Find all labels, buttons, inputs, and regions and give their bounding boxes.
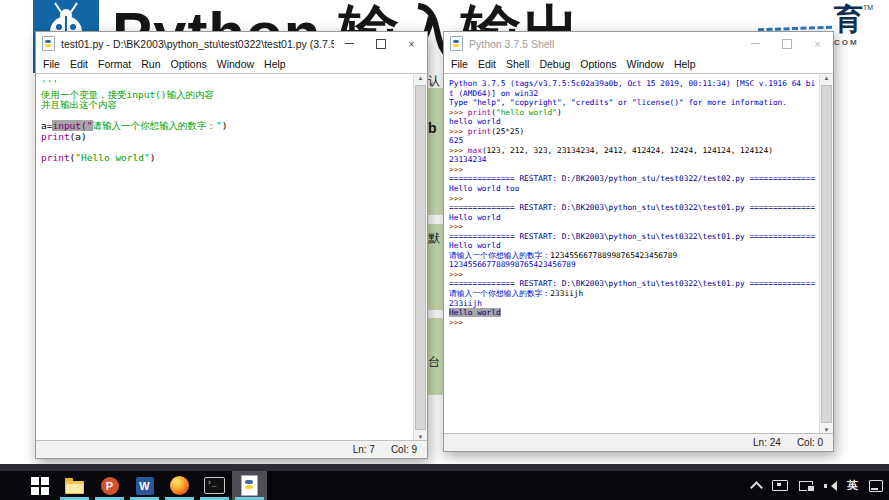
minimize-icon	[345, 43, 354, 44]
editor-close-button[interactable]: ×	[396, 32, 427, 55]
shell-line: >>>	[449, 318, 818, 328]
editor-maximize-button[interactable]	[365, 32, 396, 55]
taskbar: PW 英	[0, 464, 889, 500]
taskbar-word[interactable]: W	[127, 471, 162, 500]
brand-character: 育	[834, 3, 863, 35]
shell-scrollbar[interactable]	[819, 74, 833, 434]
shell-window: Python 3.7.5 Shell × FileEditShellDebugO…	[443, 31, 834, 452]
menu-item-file[interactable]: File	[446, 58, 473, 70]
start-pane	[31, 487, 39, 495]
python-file-icon	[42, 36, 55, 51]
text-segment: Hello world	[449, 308, 501, 317]
editor-client-area: '''使用一个变量，接受input()输入的内容并且输出这个内容 a=input…	[36, 73, 427, 441]
shell-line: Type "help", "copyright", "credits" or "…	[449, 98, 818, 108]
text-segment: '''	[41, 78, 58, 89]
text-segment: )	[150, 152, 156, 163]
text-segment: "Hello world"	[75, 152, 149, 163]
menu-item-help[interactable]: Help	[259, 58, 291, 70]
shell-line: Hello world	[449, 241, 818, 251]
menu-item-window[interactable]: Window	[622, 58, 669, 70]
menu-item-run[interactable]: Run	[136, 58, 165, 70]
text-segment: Hello world too	[449, 184, 519, 193]
col-indicator: Col: 0	[797, 437, 823, 448]
start-pane	[41, 477, 49, 485]
code-line: print(a)	[41, 132, 412, 143]
strip-character: 认	[428, 73, 443, 90]
code-line: 并且输出这个内容	[41, 100, 412, 111]
tray-app-icon[interactable]	[772, 480, 788, 491]
menu-item-shell[interactable]: Shell	[501, 58, 534, 70]
hidden-icons-chevron-icon[interactable]	[750, 481, 763, 494]
line-indicator: Ln: 7	[353, 444, 375, 455]
editor-minimize-button[interactable]	[334, 32, 365, 55]
menu-item-edit[interactable]: Edit	[473, 58, 501, 70]
text-segment: "hello world"	[496, 108, 557, 117]
volume-icon[interactable]	[824, 481, 836, 491]
menu-item-window[interactable]: Window	[212, 58, 259, 70]
editor-title: test01.py - D:\BK2003\python_stu\test032…	[61, 38, 334, 50]
shell-line: 625	[449, 136, 818, 146]
scrollbar-thumb[interactable]	[415, 85, 426, 430]
taskbar-python-idle[interactable]	[232, 471, 267, 500]
editor-scrollbar[interactable]	[413, 74, 427, 441]
text-segment: ============== RESTART: D:\BK2003\python…	[449, 232, 815, 241]
menu-item-options[interactable]: Options	[166, 58, 212, 70]
shell-line: ============== RESTART: D:\BK2003\python…	[449, 279, 818, 289]
shell-titlebar[interactable]: Python 3.7.5 Shell ×	[444, 32, 833, 55]
taskbar-command-prompt[interactable]	[197, 471, 232, 500]
editor-window-controls: ×	[334, 32, 427, 55]
shell-maximize-button[interactable]	[771, 32, 802, 55]
text-segment: 并且输出这个内容	[41, 99, 117, 110]
text-segment: ============== RESTART: D:\BK2003\python…	[449, 279, 815, 288]
shell-close-button[interactable]: ×	[802, 32, 833, 55]
editor-content[interactable]: '''使用一个变量，接受input()输入的内容并且输出这个内容 a=input…	[36, 74, 414, 441]
text-segment: >>>	[449, 108, 468, 117]
editor-titlebar[interactable]: test01.py - D:\BK2003\python_stu\test032…	[36, 32, 427, 55]
network-icon[interactable]	[799, 481, 813, 491]
editor-window: test01.py - D:\BK2003\python_stu\test032…	[35, 31, 428, 459]
text-segment: 23134234	[449, 155, 487, 164]
file-explorer-icon	[65, 481, 84, 494]
text-segment: )	[557, 108, 562, 117]
text-segment: 请输入一个你想输入的数字："	[93, 120, 222, 131]
text-segment: >>>	[449, 146, 468, 155]
shell-line: >>> print(25*25)	[449, 127, 818, 137]
text-segment: >>>	[449, 318, 463, 327]
text-segment: >>>	[449, 270, 463, 279]
command-prompt-icon	[204, 477, 225, 494]
action-center-icon[interactable]	[869, 480, 883, 492]
taskbar-file-explorer[interactable]	[57, 471, 92, 500]
shell-content[interactable]: Python 3.7.5 (tags/v3.7.5:5c02a39a0b, Oc…	[444, 74, 820, 434]
shell-line: >>> print("hello world")	[449, 108, 818, 118]
menu-item-help[interactable]: Help	[669, 58, 701, 70]
strip-character: b	[428, 120, 443, 136]
text-segment: Type "help", "copyright", "credits" or "…	[449, 98, 787, 107]
menu-item-edit[interactable]: Edit	[65, 58, 93, 70]
shell-line: Hello world	[449, 213, 818, 223]
brand-logo: 育TM COM	[834, 4, 888, 47]
scrollbar-thumb[interactable]	[821, 85, 832, 423]
code-line: a=input("请输入一个你想输入的数字：")	[41, 121, 412, 132]
taskbar-firefox[interactable]	[162, 471, 197, 500]
shell-line: ============== RESTART: D:\BK2003\python…	[449, 203, 818, 213]
windows-start-icon	[31, 477, 49, 495]
taskbar-powerpoint[interactable]: P	[92, 471, 127, 500]
taskbar-start-button[interactable]	[22, 471, 57, 500]
ime-indicator[interactable]: 英	[847, 478, 858, 493]
text-segment: input("	[52, 120, 92, 131]
shell-line: Python 3.7.5 (tags/v3.7.5:5c02a39a0b, Oc…	[449, 79, 818, 98]
powerpoint-icon: P	[101, 477, 119, 495]
shell-statusbar: Ln: 24 Col: 0	[444, 433, 833, 451]
text-segment: print	[41, 131, 70, 142]
shell-line: hello world	[449, 117, 818, 127]
shell-line: 23134234	[449, 155, 818, 165]
text-segment: ============== RESTART: D:/BK2003/python…	[449, 174, 815, 183]
shell-minimize-button[interactable]	[740, 32, 771, 55]
menu-item-debug[interactable]: Debug	[534, 58, 575, 70]
background-strip: 认b默台	[427, 0, 443, 460]
menu-item-options[interactable]: Options	[575, 58, 621, 70]
menu-item-file[interactable]: File	[38, 58, 65, 70]
system-tray: 英	[752, 471, 883, 500]
python-idle-icon	[241, 475, 258, 496]
menu-item-format[interactable]: Format	[93, 58, 136, 70]
